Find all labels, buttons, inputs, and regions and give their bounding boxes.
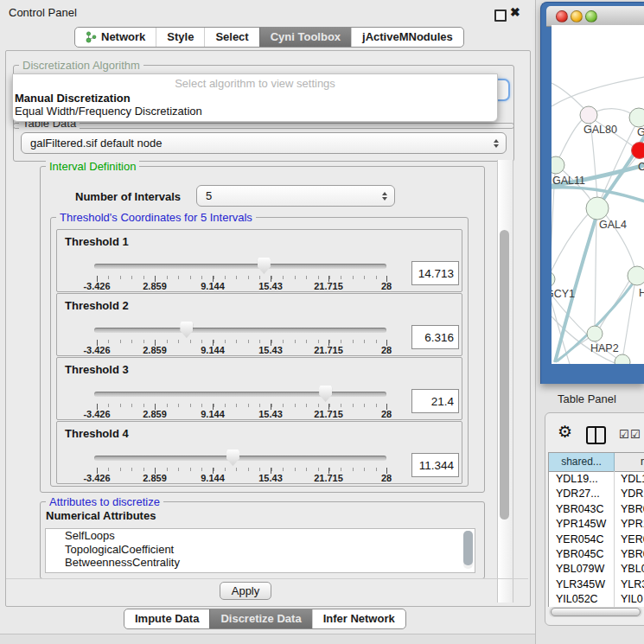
table-row[interactable]: YDR27...YDR2 [549,487,644,501]
node-bottom[interactable] [615,354,630,364]
split-columns-icon[interactable] [586,426,606,444]
tick-label: 28 [381,345,392,355]
slider-thumb[interactable] [180,322,193,338]
tab-select[interactable]: Select [204,28,258,47]
tick-label: -3.426 [83,409,110,419]
combo-arrows-icon [494,139,499,148]
combo-value: galFiltered.sif default node [30,137,162,150]
slider-track[interactable] [94,392,386,397]
threshold-value-input[interactable] [411,325,459,349]
tick-label: -3.426 [83,345,110,355]
slider-thumb[interactable] [258,258,271,274]
threshold-label: Threshold 3 [65,363,129,376]
node-label: GAL11 [552,175,585,187]
popup-option-equal-width[interactable]: Equal Width/Frequency Discretization [13,105,497,118]
slider-track[interactable] [94,328,386,333]
node-table: shared... na YDL19...YDL1 YDR27...YDR2 Y… [548,452,644,607]
slider-track[interactable] [94,264,386,269]
table-data-group: Table Data galFiltered.sif default node [13,123,514,162]
table-data-combo[interactable]: galFiltered.sif default node [21,132,507,154]
table-row[interactable]: YER054CYER0 [549,532,644,547]
apply-button[interactable]: Apply [220,582,271,600]
list-item[interactable]: BetweennessCentrality [46,556,475,570]
slider-thumb[interactable] [319,386,332,402]
list-scrollbar[interactable] [463,531,473,569]
node-red-selected[interactable] [632,143,644,159]
cell: YDL1 [621,472,644,487]
tab-network[interactable]: Network [75,28,156,47]
threshold-value-input[interactable] [411,389,459,413]
cell: YIL0 [621,592,643,607]
tick-label: 15.43 [258,281,283,291]
node-hap2[interactable] [587,326,603,341]
tab-style[interactable]: Style [156,28,204,47]
network-window[interactable]: GAL80 GAL C GAL11 GAL4 GCY1 HA HAP2 [540,2,644,384]
table-row[interactable]: YBR043CYBR0 [549,502,644,517]
cell: YBR0 [621,502,644,517]
combo-arrows-icon [382,192,387,201]
scrollbar-thumb[interactable] [500,230,509,520]
zoom-traffic-light-icon[interactable] [585,10,597,22]
tab-discretize-data[interactable]: Discretize Data [209,609,311,628]
table-row[interactable]: YLR345WYLR3 [549,577,644,592]
algorithm-dropdown-popup: Select algorithm to view settings Manual… [12,73,498,122]
threshold-value-input[interactable] [411,261,459,285]
node-gcy1[interactable] [552,271,555,287]
checkbox-icon[interactable]: ☑ [619,428,629,441]
group-title: Attributes to discretize [46,495,163,508]
cell: YDR2 [621,487,644,501]
close-traffic-light-icon[interactable] [556,10,568,22]
close-icon[interactable]: ✖ [510,5,520,19]
table-row[interactable]: YPR145WYPR1 [549,517,644,532]
column-header-name[interactable]: na [615,453,644,472]
node-gal4[interactable] [586,197,609,220]
node-gal11[interactable] [552,156,564,174]
node-label: GAL4 [599,219,627,231]
node-gal80[interactable] [580,106,597,124]
column-header-shared[interactable]: shared... [549,453,615,472]
network-canvas[interactable]: GAL80 GAL C GAL11 GAL4 GCY1 HA HAP2 [552,25,644,364]
tab-label: Discretize Data [220,609,301,628]
slider-thumb[interactable] [226,450,239,466]
tick-label: 2.859 [143,281,167,291]
content-scrollbar[interactable] [497,160,513,603]
tab-impute-data[interactable]: Impute Data [124,609,209,628]
minimize-traffic-light-icon[interactable] [571,10,583,22]
slider-track[interactable] [94,456,386,461]
node-h[interactable] [628,266,644,285]
attributes-list: SelfLoops TopologicalCoefficient Between… [45,528,475,573]
tab-infer-network[interactable]: Infer Network [312,609,405,628]
node-label: HAP2 [590,342,619,354]
tab-jactivemnodules[interactable]: jActiveMNodules [351,28,463,47]
group-title: Discretization Algorithm [19,59,143,72]
node-label: GAL [637,126,644,138]
network-window-titlebar[interactable] [546,6,644,27]
popup-prompt[interactable]: Select algorithm to view settings [13,74,497,92]
popup-option-manual[interactable]: Manual Discretization [13,92,497,105]
threshold-value-input[interactable] [411,453,459,477]
node-top-right[interactable] [629,108,644,127]
bottom-strip [0,634,535,644]
tick-label: 21.715 [314,409,343,419]
table-row[interactable]: YIL052CYIL0 [549,592,644,607]
tick-label: 21.715 [314,345,343,355]
scrollbar-thumb[interactable] [551,608,641,616]
gear-icon[interactable]: ⚙ [558,422,572,442]
float-window-icon[interactable] [494,10,507,22]
table-row[interactable]: YDL19...YDL1 [549,472,644,487]
tab-cyni-toolbox[interactable]: Cyni Toolbox [259,28,351,47]
top-tab-bar: Network Style Select Cyni Toolbox jActiv… [74,27,464,48]
node-label: HA [639,287,644,299]
list-item[interactable]: TopologicalCoefficient [46,543,475,557]
list-item[interactable]: SelfLoops [46,529,475,543]
checkbox-icon[interactable]: ☑ [630,428,641,441]
tick-label: 9.144 [201,473,225,483]
table-row[interactable]: YBR045CYBR0 [549,547,644,562]
cell: YPR1 [621,517,644,532]
table-row[interactable]: YBL079WYBL0 [549,562,644,577]
threshold-panel: Threshold 4 -3.426 2.859 9.144 15.43 21.… [56,421,462,484]
table-panel-title: Table Panel [558,392,616,405]
tick-label: 2.859 [143,409,167,419]
horizontal-scrollbar[interactable] [549,607,642,617]
number-of-intervals-combo[interactable]: 5 [196,185,395,207]
